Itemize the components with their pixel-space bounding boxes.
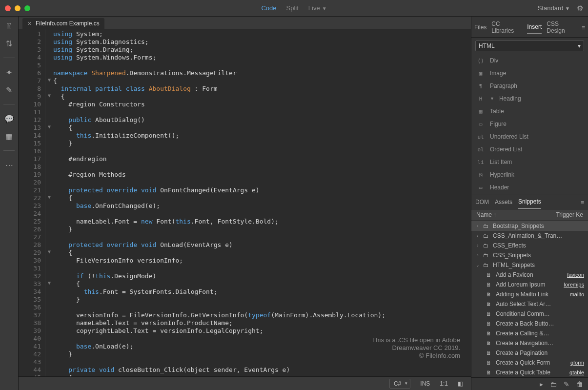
col-name[interactable]: Name ↑ <box>476 211 496 218</box>
snippet-file[interactable]: 🗎Add Loreum Ipsumloremips <box>471 280 588 289</box>
language-selector[interactable]: C# <box>389 379 410 389</box>
tab-css-design[interactable]: CSS Design <box>547 19 577 37</box>
disclosure-arrow-icon[interactable]: › <box>475 224 480 228</box>
tree-item-label: HTML_Snippets <box>493 262 535 268</box>
trigger-key: loremips <box>564 282 584 287</box>
insert-item-icon: li <box>476 159 485 165</box>
preview-icon[interactable]: ◧ <box>458 380 463 387</box>
sync-icon[interactable]: ⇅ <box>5 39 14 48</box>
snippet-file[interactable]: 🗎Add a Faviconfavicon <box>471 270 588 280</box>
tree-item-label: Create a Navigation… <box>496 340 553 347</box>
insert-item[interactable]: ▦Table <box>471 105 588 118</box>
tab-snippets[interactable]: Snippets <box>518 196 541 209</box>
maximize-window-button[interactable] <box>24 5 30 11</box>
panel-menu-icon[interactable]: ≡ <box>582 24 585 31</box>
cursor-position: 1:1 <box>440 380 448 387</box>
insert-item[interactable]: ▭Header <box>471 181 588 194</box>
file-management-icon[interactable]: 🗎 <box>5 21 14 30</box>
file-tab[interactable]: ✕ FileInfo.com Example.cs <box>22 18 104 29</box>
snippet-file[interactable]: 🗎Create a Quick Tableqtable <box>471 368 588 377</box>
insert-item-icon: ▭ <box>476 121 485 127</box>
comment-icon[interactable]: 💬 <box>5 114 14 123</box>
minimize-window-button[interactable] <box>15 5 20 11</box>
status-bar: C# INS 1:1 ◧ <box>19 376 471 390</box>
tree-item-label: Create a Quick Form <box>496 359 550 366</box>
snippet-file[interactable]: 🗎Auto Select Text Ar… <box>471 299 588 309</box>
brush-icon[interactable]: ✎ <box>5 85 14 94</box>
insert-snippet-icon[interactable]: ▸ <box>540 380 543 388</box>
tree-item-label: Create a Quick Table <box>496 369 550 376</box>
close-tab-icon[interactable]: ✕ <box>27 21 32 27</box>
insert-item[interactable]: ⟨⟩Div <box>471 54 588 67</box>
snippet-folder[interactable]: ›🗀Bootstrap_Snippets <box>471 221 588 231</box>
snippet-file[interactable]: 🗎Create a Navigation… <box>471 338 588 348</box>
insert-mode[interactable]: INS <box>420 380 430 387</box>
insert-item-icon: H <box>476 96 485 102</box>
insert-item-label: Table <box>490 108 504 115</box>
new-snippet-icon[interactable]: ✎ <box>564 380 569 388</box>
tab-assets[interactable]: Assets <box>495 197 512 208</box>
file-icon: 🗎 <box>486 321 493 327</box>
mode-live[interactable]: Live▼ <box>308 4 327 12</box>
insert-item-label: Header <box>490 184 509 191</box>
new-folder-icon[interactable]: 🗀 <box>550 380 557 388</box>
tool-sidebar: 🗎 ⇅ ✦ ✎ 💬 ▦ ⋯ <box>0 17 19 390</box>
delete-icon[interactable]: 🗑 <box>576 380 583 388</box>
code-content[interactable]: using System;using System.Diagnostics;us… <box>53 29 471 376</box>
tab-files[interactable]: Files <box>474 22 487 34</box>
snippet-file[interactable]: 🗎Create a Back Butto… <box>471 319 588 328</box>
trigger-key: favicon <box>567 272 584 278</box>
wand-icon[interactable]: ✦ <box>5 68 14 77</box>
window-controls <box>5 5 30 11</box>
workspace-name[interactable]: Standard ▼ <box>538 4 570 12</box>
insert-item[interactable]: ⎘Hyperlink <box>471 168 588 181</box>
file-icon: 🗎 <box>486 301 493 307</box>
insert-item[interactable]: ▣Image <box>471 67 588 80</box>
mode-code[interactable]: Code <box>261 4 276 12</box>
insert-item-icon: ▦ <box>476 108 485 115</box>
snippet-folder[interactable]: ⌄🗀HTML_Snippets <box>471 260 588 270</box>
panel-menu-icon[interactable]: ≡ <box>581 199 584 206</box>
tab-dom[interactable]: DOM <box>475 197 489 208</box>
more-icon[interactable]: ⋯ <box>5 161 14 169</box>
snippet-file[interactable]: 🗎Adding a Mailto Linkmailto <box>471 289 588 299</box>
insert-item-icon: ▭ <box>476 185 485 191</box>
tree-item-label: Add a Favicon <box>496 271 533 278</box>
settings-icon[interactable]: ⚙ <box>577 4 583 13</box>
col-trigger[interactable]: Trigger Ke <box>556 211 583 218</box>
insert-category-select[interactable]: HTML▾ <box>475 41 584 51</box>
snippet-folder[interactable]: ›🗀CSS_Animation_&_Tran… <box>471 231 588 241</box>
tab-insert[interactable]: Insert <box>527 21 542 34</box>
code-editor[interactable]: 1234567891011121314151617181920212223242… <box>19 29 471 376</box>
disclosure-arrow-icon[interactable]: › <box>475 253 480 258</box>
disclosure-arrow-icon[interactable]: › <box>475 233 480 238</box>
view-modes: Code Split Live▼ <box>261 4 326 12</box>
insert-item[interactable]: liList Item <box>471 156 588 168</box>
tree-item-label: Bootstrap_Snippets <box>493 223 544 229</box>
insert-item-icon: ▣ <box>476 70 485 77</box>
insert-item[interactable]: H▼Heading <box>471 92 588 105</box>
insert-item[interactable]: ▭Figure <box>471 118 588 130</box>
snippets-footer: ▸ 🗀 ✎ 🗑 <box>471 377 588 390</box>
disclosure-arrow-icon[interactable]: ⌄ <box>475 263 480 267</box>
insert-item-icon: ⟨⟩ <box>476 58 485 64</box>
insert-item[interactable]: ulUnordered List <box>471 130 588 143</box>
fold-column[interactable]: ▼▼▼▼▼▼ <box>45 29 53 376</box>
snippet-file[interactable]: 🗎Create a Pagination <box>471 348 588 358</box>
tab-cc-libraries[interactable]: CC Libraries <box>491 19 522 37</box>
snippet-file[interactable]: 🗎Create a Quick Formqform <box>471 358 588 368</box>
selector-icon[interactable]: ▦ <box>5 132 14 141</box>
insert-item[interactable]: ¶Paragraph <box>471 80 588 92</box>
insert-item[interactable]: olOrdered List <box>471 143 588 156</box>
snippets-tree[interactable]: ›🗀Bootstrap_Snippets›🗀CSS_Animation_&_Tr… <box>471 220 588 377</box>
snippet-folder[interactable]: ›🗀CSS_Snippets <box>471 250 588 260</box>
snippet-file[interactable]: 🗎Create a Calling &… <box>471 328 588 338</box>
snippet-file[interactable]: 🗎Conditional Comm… <box>471 309 588 319</box>
file-icon: 🗎 <box>486 369 493 375</box>
disclosure-arrow-icon[interactable]: › <box>475 243 480 248</box>
close-window-button[interactable] <box>5 5 11 11</box>
snippet-folder[interactable]: ›🗀CSS_Effects <box>471 241 588 250</box>
snippets-table-header[interactable]: Name ↑ Trigger Ke <box>471 209 588 220</box>
line-number-gutter: 1234567891011121314151617181920212223242… <box>19 29 45 376</box>
mode-split[interactable]: Split <box>286 4 299 12</box>
